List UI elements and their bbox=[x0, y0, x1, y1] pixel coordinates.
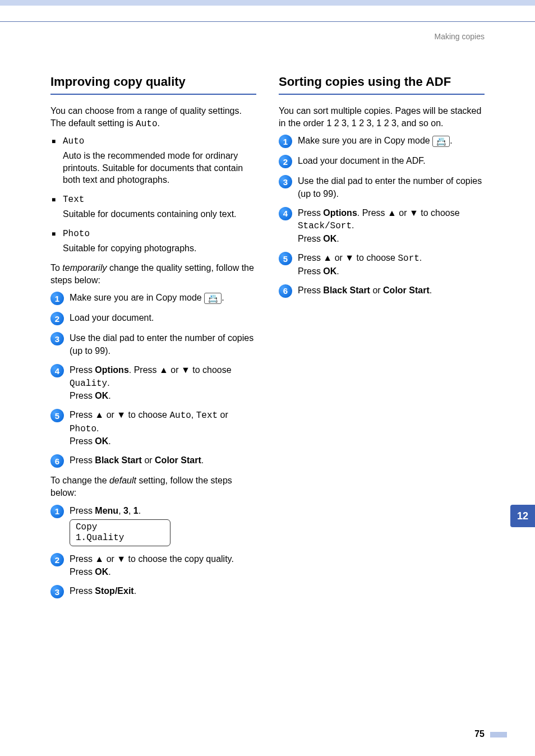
r4e: . bbox=[352, 220, 354, 230]
d2-ok: OK bbox=[95, 567, 108, 577]
rstep-3: 3 Use the dial pad to enter the number o… bbox=[279, 175, 485, 200]
step-4: 4 Press Options. Press ▲ or ▼ to choose … bbox=[50, 364, 256, 402]
s4-ok: OK bbox=[95, 391, 108, 400]
step-4-text: Press Options. Press ▲ or ▼ to choose Qu… bbox=[70, 364, 256, 402]
r6a: Press bbox=[298, 285, 323, 295]
option-photo-label: Photo bbox=[63, 229, 90, 239]
lcd-line-1: Copy bbox=[76, 522, 164, 533]
s5b: or bbox=[104, 410, 117, 420]
step-3-text: Use the dial pad to enter the number of … bbox=[70, 332, 256, 357]
step-badge-4: 4 bbox=[50, 364, 64, 377]
d2d: Press bbox=[70, 567, 95, 577]
step-1: 1 Make sure you are in Copy mode 📇. bbox=[50, 292, 256, 305]
dstep-1-text: Press Menu, 3, 1. Copy 1.Quality bbox=[70, 505, 256, 547]
top-rule bbox=[0, 21, 535, 22]
s4b: . Press bbox=[129, 365, 159, 375]
s5-auto: Auto bbox=[169, 411, 191, 421]
step-1-text: Make sure you are in Copy mode 📇. bbox=[70, 292, 256, 304]
top-color-band bbox=[0, 0, 535, 6]
intro-text: You can choose from a range of quality s… bbox=[50, 105, 256, 130]
s6c: . bbox=[201, 455, 204, 465]
right-intro: You can sort multiple copies. Pages will… bbox=[279, 105, 485, 129]
chapter-tab: 12 bbox=[510, 505, 535, 527]
s5e: or bbox=[218, 410, 228, 420]
r5d: . bbox=[419, 253, 422, 262]
s4-quality: Quality bbox=[70, 379, 107, 389]
d1d: . bbox=[139, 506, 141, 515]
d1a: Press bbox=[70, 506, 95, 515]
r5-ok: OK bbox=[323, 266, 336, 276]
rstep-2-text: Load your document in the ADF. bbox=[298, 155, 485, 167]
rstep-1: 1 Make sure you are in Copy mode 📇. bbox=[279, 135, 485, 148]
d3a: Press bbox=[70, 586, 95, 596]
d2e: . bbox=[108, 567, 110, 577]
default-a: To change the bbox=[50, 476, 109, 485]
rstep-5-text: Press ▲ or ▼ to choose Sort. Press OK. bbox=[298, 252, 485, 278]
step-badge-6: 6 bbox=[50, 454, 64, 468]
s4d: to choose bbox=[190, 365, 232, 375]
step-6: 6 Press Black Start or Color Start. bbox=[50, 454, 256, 468]
rstep-badge-3: 3 bbox=[279, 175, 292, 188]
option-auto-label: Auto bbox=[63, 136, 84, 146]
lcd-line-2: 1.Quality bbox=[76, 533, 164, 543]
r4g: . bbox=[336, 234, 339, 243]
dstep-3: 3 Press Stop/Exit. bbox=[50, 585, 256, 598]
r5b: or bbox=[332, 253, 345, 262]
rstep-badge-6: 6 bbox=[279, 284, 292, 298]
down-arrow-icon: ▼ bbox=[117, 554, 126, 564]
copy-mode-icon: 📇 bbox=[204, 293, 222, 304]
r4f: Press bbox=[298, 234, 323, 243]
s5c: to choose bbox=[126, 410, 169, 420]
dstep-badge-1: 1 bbox=[50, 505, 64, 518]
rstep-4: 4 Press Options. Press ▲ or ▼ to choose … bbox=[279, 207, 485, 245]
s1a: Make sure you are in Copy mode bbox=[70, 293, 204, 302]
s4f: Press bbox=[70, 391, 95, 400]
r5e: Press bbox=[298, 266, 323, 276]
s4e: . bbox=[107, 378, 109, 388]
default-text: To change the default setting, follow th… bbox=[50, 474, 256, 499]
s6b: or bbox=[142, 455, 155, 465]
r5-sort: Sort bbox=[398, 253, 419, 264]
r4a: Press bbox=[298, 208, 323, 218]
s5f: . bbox=[96, 423, 99, 433]
r4-stacksort: Stack/Sort bbox=[298, 221, 352, 231]
s5-photo: Photo bbox=[70, 424, 96, 434]
rstep-6-text: Press Black Start or Color Start. bbox=[298, 284, 485, 297]
d2b: or bbox=[104, 554, 117, 564]
copy-mode-icon: 📇 bbox=[432, 136, 450, 147]
dstep-1: 1 Press Menu, 3, 1. Copy 1.Quality bbox=[50, 505, 256, 547]
s5-ok: OK bbox=[95, 436, 108, 446]
page-number: 75 bbox=[474, 729, 485, 739]
down-arrow-icon: ▼ bbox=[345, 253, 354, 262]
r6c: . bbox=[430, 285, 432, 295]
step-3: 3 Use the dial pad to enter the number o… bbox=[50, 332, 256, 357]
rstep-badge-1: 1 bbox=[279, 135, 292, 148]
temp-a: To bbox=[50, 263, 62, 273]
lcd-display: Copy 1.Quality bbox=[70, 519, 170, 546]
quality-option-list: Auto bbox=[50, 136, 256, 146]
right-steps: 1 Make sure you are in Copy mode 📇. 2 Lo… bbox=[279, 135, 485, 298]
temporarily-text: To temporarily change the quality settin… bbox=[50, 262, 256, 286]
d1c: , bbox=[128, 506, 133, 515]
d3b: . bbox=[134, 586, 136, 596]
step-2: 2 Load your document. bbox=[50, 312, 256, 325]
step-badge-3: 3 bbox=[50, 332, 64, 345]
default-steps: 1 Press Menu, 3, 1. Copy 1.Quality 2 Pre… bbox=[50, 505, 256, 599]
option-text-desc: Suitable for documents containing only t… bbox=[63, 208, 256, 220]
r4-options: Options bbox=[323, 208, 357, 218]
dstep-2-text: Press ▲ or ▼ to choose the copy quality.… bbox=[70, 553, 256, 578]
s4g: . bbox=[108, 391, 110, 400]
d1-1: 1 bbox=[133, 506, 139, 515]
page-number-accent bbox=[490, 732, 507, 737]
up-arrow-icon: ▲ bbox=[388, 208, 396, 218]
heading-improving-copy-quality: Improving copy quality bbox=[50, 75, 256, 95]
r5a: Press bbox=[298, 253, 323, 262]
r5f: . bbox=[336, 266, 339, 276]
breadcrumb: Making copies bbox=[0, 32, 535, 41]
heading-sorting-adf: Sorting copies using the ADF bbox=[279, 75, 485, 95]
r6-color: Color Start bbox=[383, 285, 430, 295]
dstep-3-text: Press Stop/Exit. bbox=[70, 585, 256, 597]
d1-menu: Menu bbox=[95, 506, 118, 515]
temporary-steps: 1 Make sure you are in Copy mode 📇. 2 Lo… bbox=[50, 292, 256, 468]
s5d: , bbox=[191, 410, 196, 420]
